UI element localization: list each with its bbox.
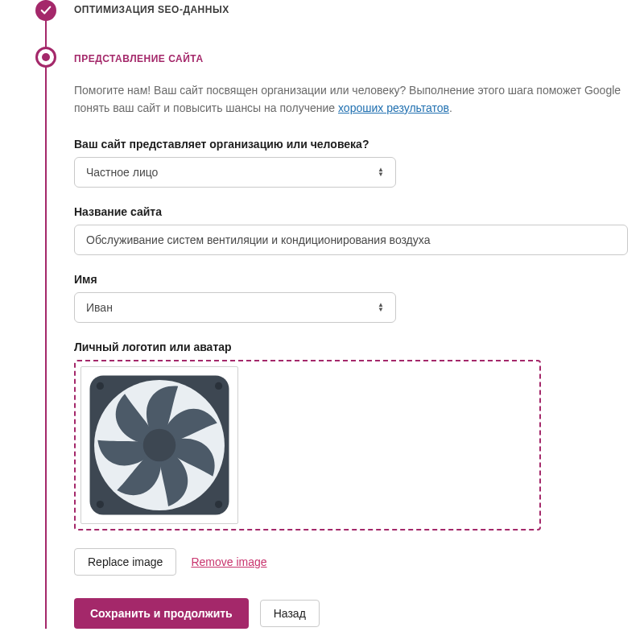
svg-point-1 [97, 382, 104, 390]
progress-line [45, 0, 47, 629]
site-name-label: Название сайта [74, 205, 628, 218]
chevron-updown-icon: ▲▼ [378, 303, 384, 312]
represents-label: Ваш сайт представляет организацию или че… [74, 138, 628, 151]
svg-point-3 [97, 501, 104, 508]
intro-text: Помогите нам! Ваш сайт посвящен организа… [74, 82, 628, 117]
avatar-dropzone[interactable] [74, 360, 541, 530]
current-dot-icon [42, 53, 50, 61]
step-marker-current [35, 47, 56, 68]
replace-image-button[interactable]: Replace image [74, 548, 176, 576]
fan-icon [85, 371, 233, 519]
intro-text-after: . [449, 101, 452, 114]
svg-point-6 [143, 429, 175, 461]
avatar-label: Личный логотип или аватар [74, 341, 628, 353]
chevron-updown-icon: ▲▼ [378, 167, 384, 177]
represents-value: Частное лицо [86, 166, 158, 179]
check-icon [40, 5, 52, 16]
save-continue-button[interactable]: Сохранить и продолжить [74, 598, 249, 629]
person-name-label: Имя [74, 273, 628, 286]
step-title-previous: ОПТИМИЗАЦИЯ SEO-ДАННЫХ [61, 0, 628, 15]
site-name-input[interactable]: Обслуживание систем вентиляции и кондици… [74, 225, 628, 255]
step-title-current: ПРЕДСТАВЛЕНИЕ САЙТА [61, 49, 628, 64]
person-name-select[interactable]: Иван ▲▼ [74, 292, 396, 323]
back-button[interactable]: Назад [260, 600, 320, 627]
svg-point-2 [215, 382, 222, 390]
svg-point-4 [215, 501, 222, 508]
site-name-value: Обслуживание систем вентиляции и кондици… [86, 233, 430, 246]
person-name-value: Иван [86, 301, 113, 314]
intro-link[interactable]: хороших результатов [338, 101, 449, 114]
represents-select[interactable]: Частное лицо ▲▼ [74, 157, 396, 188]
avatar-preview [80, 366, 238, 524]
remove-image-link[interactable]: Remove image [191, 555, 266, 568]
step-marker-done [35, 0, 56, 21]
